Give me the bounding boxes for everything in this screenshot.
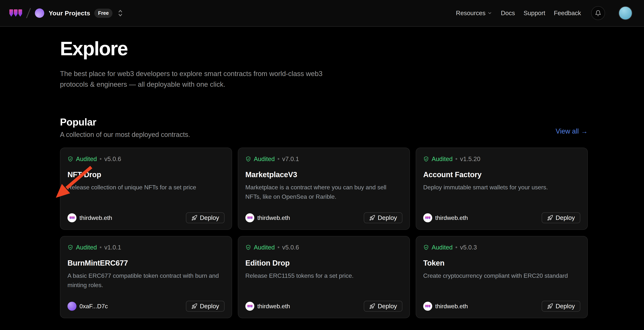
audited-badge: Audited — [76, 155, 97, 163]
publisher-name: thirdweb.eth — [257, 303, 290, 310]
nav-support[interactable]: Support — [524, 9, 545, 17]
card-meta-row: Audited • v1.0.1 — [68, 244, 224, 251]
team-switcher-button[interactable] — [117, 9, 124, 17]
contract-card[interactable]: Audited • v7.0.1 MarketplaceV3 Marketpla… — [238, 148, 410, 230]
meta-dot: • — [100, 155, 102, 163]
publisher-avatar — [68, 213, 76, 222]
shield-check-icon — [68, 156, 73, 162]
publisher-avatar — [68, 302, 76, 311]
publisher-link[interactable]: thirdweb.eth — [68, 213, 112, 222]
card-footer: thirdweb.eth Deploy — [245, 301, 402, 312]
nav-feedback[interactable]: Feedback — [554, 9, 581, 17]
shield-check-icon — [68, 245, 73, 250]
app-header: Your Projects Free Resources Docs Suppor… — [0, 0, 644, 26]
publisher-link[interactable]: 0xaF...D7c — [68, 302, 108, 311]
contract-title: MarketplaceV3 — [245, 170, 402, 179]
nav-docs[interactable]: Docs — [501, 9, 515, 17]
publisher-name: thirdweb.eth — [80, 214, 112, 221]
contract-title: NFT Drop — [68, 170, 224, 179]
publisher-name: thirdweb.eth — [435, 303, 468, 310]
thirdweb-logo[interactable] — [9, 8, 22, 17]
contract-version: v5.0.6 — [282, 244, 299, 251]
publisher-avatar — [245, 213, 254, 222]
card-meta-row: Audited • v1.5.20 — [423, 155, 580, 163]
audited-badge: Audited — [76, 244, 97, 251]
thirdweb-mini-logo-icon — [425, 305, 430, 308]
contract-description: Release collection of unique NFTs for a … — [68, 183, 224, 192]
card-footer: thirdweb.eth Deploy — [68, 212, 224, 223]
header-nav: Resources Docs Support Feedback — [456, 6, 632, 20]
publisher-link[interactable]: thirdweb.eth — [423, 213, 468, 222]
contract-version: v5.0.6 — [104, 155, 121, 163]
deploy-button[interactable]: Deploy — [364, 301, 402, 312]
meta-dot: • — [100, 244, 102, 251]
nav-resources[interactable]: Resources — [456, 9, 492, 17]
deploy-button-label: Deploy — [378, 303, 397, 310]
contract-version: v5.0.3 — [460, 244, 477, 251]
card-footer: thirdweb.eth Deploy — [423, 301, 580, 312]
shield-check-icon — [423, 156, 429, 162]
card-meta-row: Audited • v5.0.3 — [423, 244, 580, 251]
chevron-down-icon — [487, 11, 492, 15]
deploy-button-label: Deploy — [556, 303, 575, 310]
arrow-right-icon: → — [581, 127, 588, 135]
contract-card[interactable]: Audited • v5.0.3 Token Create cryptocurr… — [416, 236, 588, 318]
card-footer: 0xaF...D7c Deploy — [68, 301, 224, 312]
deploy-button[interactable]: Deploy — [542, 301, 580, 312]
breadcrumb-separator — [26, 8, 31, 18]
section-subtitle: A collection of our most deployed contra… — [60, 131, 190, 139]
card-meta-row: Audited • v7.0.1 — [245, 155, 402, 163]
main-content: Explore The best place for web3 develope… — [0, 26, 644, 318]
publisher-name: 0xaF...D7c — [80, 303, 108, 310]
publisher-link[interactable]: thirdweb.eth — [245, 302, 290, 311]
view-all-link[interactable]: View all → — [556, 127, 588, 135]
deploy-button-label: Deploy — [556, 214, 575, 221]
deploy-button-label: Deploy — [378, 214, 397, 221]
contract-description: Create cryptocurrency compliant with ERC… — [423, 271, 580, 280]
plan-badge: Free — [94, 8, 112, 18]
publisher-avatar — [245, 302, 254, 311]
contract-title: BurnMintERC677 — [68, 259, 224, 267]
thirdweb-mini-logo-icon — [70, 216, 74, 220]
contract-card[interactable]: Audited • v1.0.1 BurnMintERC677 A basic … — [60, 236, 232, 318]
cards-grid: Audited • v5.0.6 NFT Drop Release collec… — [60, 148, 588, 318]
contract-description: Release ERC1155 tokens for a set price. — [245, 271, 402, 280]
audited-badge: Audited — [432, 155, 453, 163]
contract-card[interactable]: Audited • v1.5.20 Account Factory Deploy… — [416, 148, 588, 230]
deploy-button-label: Deploy — [200, 214, 219, 221]
contract-title: Token — [423, 259, 580, 267]
popular-section-header: Popular A collection of our most deploye… — [60, 116, 588, 139]
audited-badge: Audited — [432, 244, 453, 251]
contract-version: v7.0.1 — [282, 155, 299, 163]
deploy-button[interactable]: Deploy — [186, 212, 224, 223]
section-title: Popular — [60, 116, 190, 128]
rocket-icon — [547, 303, 553, 309]
contract-title: Account Factory — [423, 170, 580, 179]
meta-dot: • — [278, 155, 280, 163]
audited-badge: Audited — [254, 155, 275, 163]
publisher-avatar — [423, 302, 432, 311]
deploy-button[interactable]: Deploy — [186, 301, 224, 312]
rocket-icon — [191, 215, 197, 221]
contract-card[interactable]: Audited • v5.0.6 NFT Drop Release collec… — [60, 148, 232, 230]
deploy-button[interactable]: Deploy — [364, 212, 402, 223]
shield-check-icon — [245, 156, 251, 162]
notifications-button[interactable] — [591, 6, 605, 20]
rocket-icon — [191, 303, 197, 309]
thirdweb-mini-logo-icon — [425, 216, 430, 220]
card-footer: thirdweb.eth Deploy — [245, 212, 402, 223]
contract-description: Marketplace is a contract where you can … — [245, 183, 402, 201]
audited-badge: Audited — [254, 244, 275, 251]
contract-card[interactable]: Audited • v5.0.6 Edition Drop Release ER… — [238, 236, 410, 318]
team-name[interactable]: Your Projects — [49, 9, 90, 17]
team-avatar[interactable] — [35, 8, 44, 18]
nav-resources-label: Resources — [456, 9, 486, 17]
meta-dot: • — [455, 244, 458, 251]
publisher-link[interactable]: thirdweb.eth — [245, 213, 290, 222]
deploy-button[interactable]: Deploy — [542, 212, 580, 223]
rocket-icon — [369, 215, 375, 221]
card-meta-row: Audited • v5.0.6 — [68, 155, 224, 163]
contract-version: v1.0.1 — [104, 244, 121, 251]
publisher-link[interactable]: thirdweb.eth — [423, 302, 468, 311]
user-avatar[interactable] — [618, 6, 632, 20]
